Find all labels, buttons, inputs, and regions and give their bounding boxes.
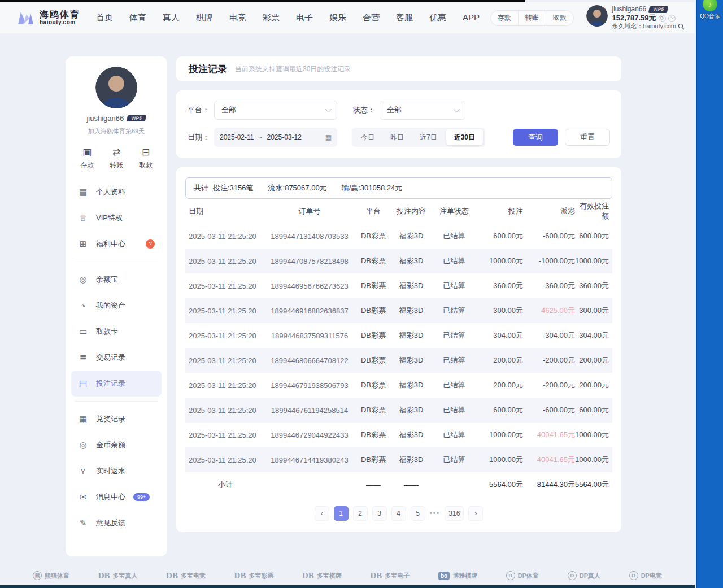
brand-logo[interactable]: 海鸥体育 haiouty.com [16,10,80,27]
quick-date-昨日[interactable]: 昨日 [382,128,412,147]
table-row: 2025-03-11 21:25:201899446956766273623DB… [185,273,612,298]
cell-payout: -360.00元 [523,281,575,291]
nav-item[interactable]: 优惠 [429,12,446,23]
sidebar-item-余额宝[interactable]: ◎余额宝 [71,267,162,293]
sidebar-item-消息中心[interactable]: ✉消息中心99+ [71,484,162,510]
sidebar-action-转账[interactable]: ⇄转账 [110,147,123,170]
partner-logo: DB多宝电子 [371,571,410,581]
quick-date-近30日[interactable]: 近30日 [446,129,483,145]
sidebar-item-label: 消息中心 [96,492,125,502]
sidebar-item-投注记录[interactable]: ▤投注记录 [71,371,162,397]
calendar-icon: ▦ [325,133,332,141]
footer-bottom-bar [0,585,695,588]
partner-logo-icon: D [506,571,515,580]
partner-logo: DDP电竞 [629,571,662,580]
table-row: 2025-03-11 21:25:201899446837589311576DB… [185,323,612,348]
sidebar-item-意见反馈[interactable]: ✎意见反馈 [71,510,162,536]
cell-valid-amount: 200.00元 [575,355,609,365]
cell-status: 已结算 [433,330,476,341]
status-value: 全部 [387,105,402,115]
sidebar-action-存款[interactable]: ▣存款 [80,147,94,170]
cell-payout: -304.00元 [523,330,575,341]
nav-item[interactable]: 客服 [396,12,413,23]
chevron-down-icon [454,106,460,112]
nav-item[interactable]: APP [463,12,480,23]
page-button-3[interactable]: 3 [372,506,387,521]
date-range-input[interactable]: 2025-02-11 ~ 2025-03-12 ▦ [214,128,337,147]
cell-order-number: 1899446916882636837 [262,307,357,315]
menu-divider [75,262,158,262]
sidebar-item-实时返水[interactable]: ¥实时返水 [71,458,162,484]
user-avatar[interactable] [586,5,608,27]
cell-order-number: 1899446837589311576 [262,332,357,340]
user-block[interactable]: jiushigan66 VIP5 152,787.59元 ⟳ 永久域名：haio… [586,5,685,31]
page-button-5[interactable]: 5 [411,506,425,521]
sidebar-item-个人资料[interactable]: ▤个人资料 [71,179,162,205]
nav-item[interactable]: 真人 [163,12,180,23]
column-header: 平台 [357,206,390,216]
cell-payout: -200.00元 [523,355,575,365]
nav-item[interactable]: 首页 [96,12,113,23]
quick-date-近7日[interactable]: 近7日 [412,128,445,147]
nav-item[interactable]: 彩票 [263,12,280,23]
reset-button[interactable]: 重置 [565,129,610,146]
status-select[interactable]: 全部 [380,101,465,120]
page-button-4[interactable]: 4 [391,506,406,521]
cell-order-number: 1899446761194258514 [262,406,357,415]
search-icon[interactable] [678,23,685,30]
prev-page-button[interactable]: ‹ [315,506,329,521]
sidebar-item-兑奖记录[interactable]: ▦兑奖记录 [71,406,162,432]
table-row: 2025-03-11 21:25:201899446729044922433DB… [185,423,612,447]
sidebar-item-label: VIP特权 [96,213,123,223]
sidebar-item-我的资产[interactable]: ◔我的资产 [71,293,162,319]
sidebar-item-交易记录[interactable]: ≣交易记录 [71,345,162,371]
cell-payout: -1000.00元 [523,256,575,266]
cell-platform: DB彩票 [357,405,390,415]
nav-item[interactable]: 娱乐 [329,12,346,23]
refresh-balance-icon[interactable]: ⟳ [659,15,666,22]
next-page-button[interactable]: › [468,506,483,521]
sidebar-item-福利中心[interactable]: ⊞福利中心? [71,231,162,257]
wallet-action-button[interactable]: 取款 [546,11,573,25]
nav-item[interactable]: 棋牌 [196,12,213,23]
cell-platform: DB彩票 [357,330,390,341]
rebate-icon: ¥ [78,467,88,476]
cell-status: 已结算 [433,306,476,316]
cell-status: 已结算 [433,231,476,241]
partner-logo-text: 熊猫体育 [45,572,69,580]
cell-status: 已结算 [433,455,476,465]
nav-item[interactable]: 合营 [363,12,380,23]
sidebar-item-label: 余额宝 [96,275,118,285]
nav-item[interactable]: 体育 [129,12,146,23]
platform-select[interactable]: 全部 [214,101,337,120]
sidebar-item-金币余额[interactable]: ◎金币余额 [71,432,162,458]
yuebao-icon: ◎ [78,275,88,285]
quick-date-今日[interactable]: 今日 [353,128,382,147]
chevron-down-icon[interactable] [668,15,676,22]
sidebar-action-取款[interactable]: ⊟取款 [139,147,153,170]
cell-platform: DB彩票 [357,306,390,316]
wallet-action-button[interactable]: 存款 [491,11,518,25]
cell-bet-content: 福彩3D [390,281,433,291]
cell-valid-amount: 304.00元 [575,330,609,341]
sidebar-item-VIP特权[interactable]: ♕VIP特权 [71,205,162,231]
nav-item[interactable]: 电竞 [229,12,246,23]
transfer-icon: ⇄ [110,147,123,158]
column-header: 有效投注额 [575,201,609,221]
profile-avatar[interactable] [95,67,137,108]
cell-payout: 40041.65元 [523,430,575,440]
subtotal-label: 小计 [189,480,262,490]
subtotal-bet: 5564.00元 [476,480,523,490]
sidebar-item-label: 兑奖记录 [96,414,125,424]
page-button-2[interactable]: 2 [353,506,368,521]
nav-item[interactable]: 电子 [296,12,313,23]
desktop-background: ♪ QQ音乐 [696,0,723,588]
wallet-action-button[interactable]: 转账 [518,11,546,25]
cell-status: 已结算 [433,281,476,291]
sidebar-item-取款卡[interactable]: ▭取款卡 [71,319,162,345]
search-button[interactable]: 查询 [513,129,558,146]
qq-music-icon[interactable]: ♪ [703,0,717,11]
withdraw-icon: ⊟ [139,147,153,158]
page-button-316[interactable]: 316 [445,506,464,521]
page-button-1[interactable]: 1 [334,506,349,521]
